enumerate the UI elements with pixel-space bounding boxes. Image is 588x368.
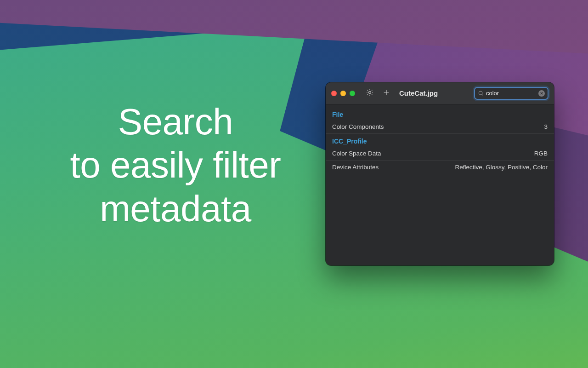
gear-icon [366,88,374,98]
plus-icon [383,89,390,98]
titlebar[interactable]: CuteCat.jpg [326,82,554,104]
search-icon [478,90,484,97]
add-button[interactable] [381,88,392,99]
headline-line-2: to easily filter [33,144,318,187]
app-window: CuteCat.jpg File Color Components 3 IC [326,82,554,265]
metadata-key: Color Components [332,123,384,130]
metadata-list: File Color Components 3 ICC_Profile Colo… [326,104,554,265]
svg-point-1 [479,91,482,95]
traffic-lights [331,91,355,96]
section-header: File [326,107,554,120]
table-row[interactable]: Color Space Data RGB [326,147,554,161]
search-field[interactable] [474,87,548,100]
headline-line-1: Search [33,100,318,144]
minimize-button[interactable] [340,91,346,96]
metadata-value: RGB [534,150,548,157]
table-row[interactable]: Color Components 3 [326,120,554,134]
zoom-button[interactable] [350,91,355,96]
settings-button[interactable] [364,88,375,99]
table-row[interactable]: Device Attributes Reflective, Glossy, Po… [326,161,554,174]
clear-search-button[interactable] [538,90,545,97]
metadata-value: Reflective, Glossy, Positive, Color [455,164,548,171]
search-input[interactable] [484,90,538,97]
marketing-headline: Search to easily filter metadata [33,100,318,230]
metadata-value: 3 [544,123,548,130]
svg-point-0 [369,91,371,93]
metadata-key: Device Attributes [332,164,379,171]
window-title: CuteCat.jpg [399,89,438,97]
headline-line-3: metadata [33,187,318,230]
metadata-key: Color Space Data [332,150,381,157]
close-button[interactable] [331,91,337,96]
section-header: ICC_Profile [326,134,554,147]
close-icon [540,92,543,95]
